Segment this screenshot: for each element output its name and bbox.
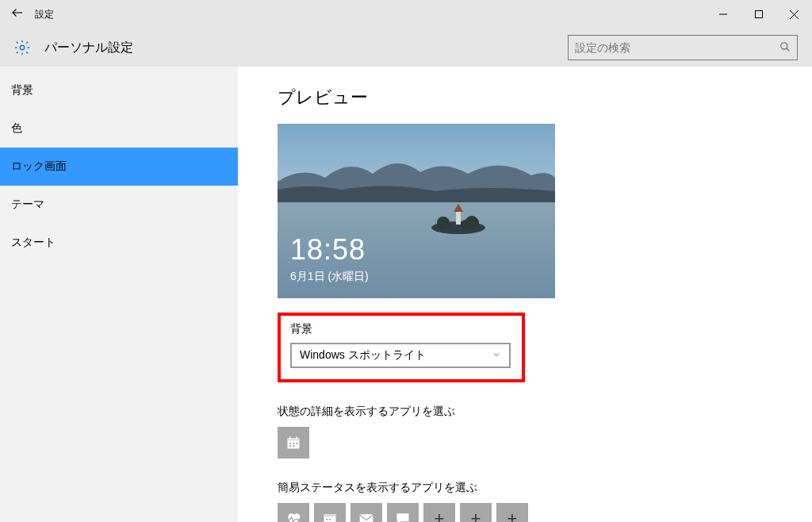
sidebar-item-themes[interactable]: テーマ bbox=[0, 186, 238, 224]
quick-app-label: 簡易ステータスを表示するアプリを選ぶ bbox=[278, 481, 812, 495]
sidebar-item-label: ロック画面 bbox=[11, 159, 67, 174]
close-button[interactable] bbox=[776, 2, 812, 26]
dropdown-value: Windows スポットライト bbox=[300, 348, 426, 363]
svg-rect-20 bbox=[293, 445, 295, 447]
back-button[interactable] bbox=[0, 6, 35, 24]
svg-rect-23 bbox=[324, 514, 336, 516]
sidebar-item-colors[interactable]: 色 bbox=[0, 109, 238, 148]
sidebar-item-label: テーマ bbox=[11, 198, 44, 212]
svg-rect-18 bbox=[293, 443, 295, 444]
calendar-icon bbox=[322, 511, 338, 522]
svg-rect-14 bbox=[288, 438, 300, 440]
svg-point-12 bbox=[461, 220, 470, 229]
content: プレビュー 18:58 6月1日 bbox=[238, 67, 812, 522]
island-graphic bbox=[431, 204, 486, 228]
svg-rect-21 bbox=[296, 443, 298, 444]
preview-time: 18:58 bbox=[290, 233, 366, 267]
background-dropdown[interactable]: Windows スポットライト bbox=[290, 343, 511, 368]
svg-point-5 bbox=[781, 42, 787, 48]
titlebar: 設定 bbox=[0, 0, 812, 29]
mail-icon bbox=[358, 511, 374, 522]
heart-monitor-icon bbox=[285, 511, 301, 522]
svg-marker-9 bbox=[454, 204, 463, 212]
sidebar-item-label: 背景 bbox=[11, 83, 33, 98]
svg-rect-24 bbox=[326, 519, 328, 520]
maximize-button[interactable] bbox=[741, 2, 776, 26]
svg-rect-1 bbox=[755, 11, 762, 18]
quick-app-tile-messaging[interactable] bbox=[387, 503, 419, 522]
plus-icon: + bbox=[508, 509, 518, 522]
calendar-icon bbox=[285, 435, 301, 451]
sidebar-item-label: スタート bbox=[11, 236, 56, 250]
lockscreen-preview: 18:58 6月1日 (水曜日) bbox=[278, 124, 555, 298]
header-title: パーソナル設定 bbox=[44, 40, 133, 56]
sidebar-item-lockscreen[interactable]: ロック画面 bbox=[0, 148, 238, 186]
background-label: 背景 bbox=[290, 322, 512, 336]
chevron-down-icon bbox=[492, 350, 501, 362]
minimize-button[interactable] bbox=[705, 2, 741, 26]
header: パーソナル設定 bbox=[0, 29, 812, 67]
detail-app-row bbox=[278, 427, 812, 459]
chat-icon bbox=[395, 511, 411, 522]
sidebar-item-background[interactable]: 背景 bbox=[0, 71, 238, 109]
gear-icon bbox=[11, 36, 33, 59]
svg-point-4 bbox=[20, 45, 25, 50]
svg-rect-25 bbox=[329, 519, 331, 520]
background-highlight-box: 背景 Windows スポットライト bbox=[278, 313, 525, 382]
svg-point-10 bbox=[437, 217, 450, 229]
svg-rect-26 bbox=[360, 514, 373, 522]
plus-icon: + bbox=[471, 509, 481, 522]
quick-app-add-2[interactable]: + bbox=[460, 503, 492, 522]
preview-heading: プレビュー bbox=[278, 86, 812, 109]
preview-date: 6月1日 (水曜日) bbox=[290, 270, 369, 284]
svg-rect-19 bbox=[289, 445, 292, 447]
svg-rect-17 bbox=[289, 443, 292, 444]
quick-app-tile-mail[interactable] bbox=[350, 503, 382, 522]
quick-app-add-3[interactable]: + bbox=[496, 503, 528, 522]
sidebar-item-start[interactable]: スタート bbox=[0, 224, 238, 262]
quick-app-row: + + + bbox=[278, 503, 812, 522]
sidebar-item-label: 色 bbox=[11, 121, 22, 136]
window-title: 設定 bbox=[35, 8, 54, 21]
plus-icon: + bbox=[435, 509, 445, 522]
detail-app-label: 状態の詳細を表示するアプリを選ぶ bbox=[278, 405, 812, 419]
search-icon bbox=[779, 41, 791, 55]
quick-app-tile-calendar[interactable] bbox=[314, 503, 346, 522]
search-box[interactable] bbox=[568, 35, 798, 60]
quick-app-tile-alarm[interactable] bbox=[278, 503, 309, 522]
detail-app-tile-calendar[interactable] bbox=[278, 427, 309, 459]
quick-app-add-1[interactable]: + bbox=[423, 503, 455, 522]
sidebar: 背景 色 ロック画面 テーマ スタート bbox=[0, 67, 238, 522]
search-input[interactable] bbox=[575, 41, 779, 54]
svg-line-6 bbox=[787, 48, 790, 51]
